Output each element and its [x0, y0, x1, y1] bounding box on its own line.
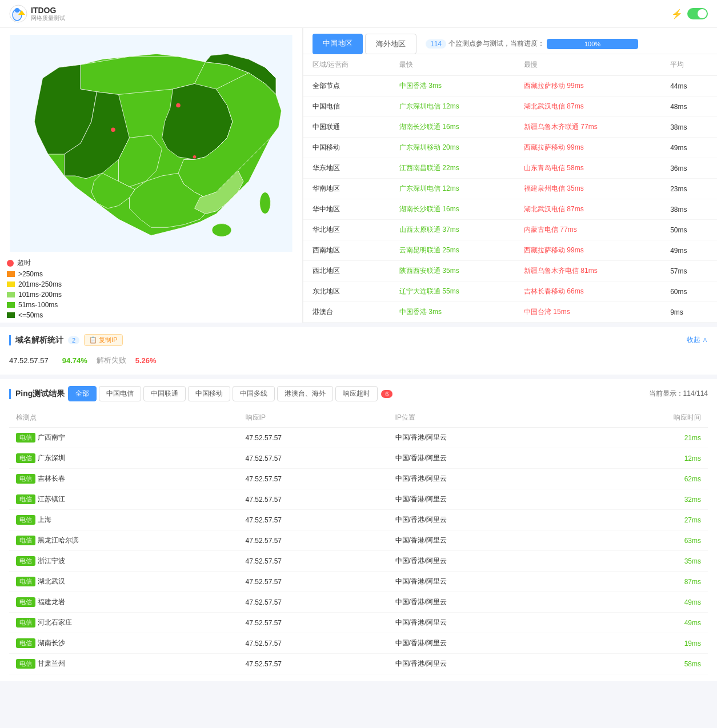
isp-tag: 电信: [16, 453, 35, 463]
ping-ip-location: 中国/香港/阿里云: [388, 633, 585, 654]
ping-table: 检测点 响应IP IP位置 响应时间 电信广西南宁 47.52.57.57 中国…: [9, 408, 708, 674]
ping-header: Ping测试结果 全部中国电信中国联通中国移动中国多线港澳台、海外响应超时6 当…: [9, 386, 708, 401]
stats-avg: 50ms: [661, 220, 717, 240]
stats-slowest: 新疆乌鲁木齐电信 81ms: [515, 261, 661, 281]
stats-table-row: 西南地区 云南昆明联通 25ms 西藏拉萨移动 99ms 49ms: [303, 240, 717, 261]
dns-badge: 2: [68, 336, 79, 344]
legend-item-50less: <=50ms: [7, 311, 295, 319]
stats-slowest: 山东青岛电信 58ms: [515, 158, 661, 179]
dns-pct-fail: 5.26%: [135, 356, 157, 365]
stats-region: 全部节点: [303, 76, 390, 96]
ping-ip-location: 中国/香港/阿里云: [388, 530, 585, 551]
ping-filter-btn-5[interactable]: 港澳台、海外: [277, 386, 333, 401]
stats-table-row: 中国移动 广东深圳移动 20ms 西藏拉萨移动 99ms 49ms: [303, 138, 717, 158]
timeout-badge: 6: [381, 390, 392, 398]
toggle-switch[interactable]: [687, 8, 708, 19]
legend-color-51-100: [7, 302, 15, 308]
ping-response-time: 63ms: [584, 530, 708, 551]
ping-ip: 47.52.57.57: [239, 428, 388, 448]
copy-ip-button[interactable]: 📋 复制IP: [84, 334, 122, 346]
stats-table-row: 华南地区 广东深圳电信 12ms 福建泉州电信 35ms 23ms: [303, 179, 717, 199]
ping-response-time: 49ms: [584, 592, 708, 613]
isp-tag: 电信: [16, 659, 35, 669]
ping-table-row: 电信湖南长沙 47.52.57.57 中国/香港/阿里云 19ms: [9, 633, 708, 654]
legend-label-50less: <=50ms: [18, 311, 43, 319]
stats-fastest: 广东深圳移动 20ms: [390, 138, 515, 158]
ping-ip-location: 中国/香港/阿里云: [388, 428, 585, 448]
stats-avg: 9ms: [661, 302, 717, 323]
probe-count-badge: 114: [426, 39, 446, 49]
top-bar-right: ⚡: [671, 8, 708, 19]
ping-location: 电信江苏镇江: [9, 489, 239, 510]
ping-filter-btn-2[interactable]: 中国联通: [143, 386, 186, 401]
ping-location: 电信广西南宁: [9, 428, 239, 448]
dns-section-header: 域名解析统计 2 📋 复制IP 收起 ∧: [9, 334, 708, 346]
logo-text: ITDOG 网络质量测试: [31, 6, 65, 22]
ping-ip: 47.52.57.57: [239, 572, 388, 592]
ping-ip: 47.52.57.57: [239, 489, 388, 510]
ping-response-time: 12ms: [584, 448, 708, 469]
dns-ip-address: 47.52.57.57: [9, 356, 49, 365]
ping-location: 电信黑龙江哈尔滨: [9, 530, 239, 551]
isp-tag: 电信: [16, 536, 35, 545]
stats-table-row: 全部节点 中国香港 3ms 西藏拉萨移动 99ms 44ms: [303, 76, 717, 96]
ping-response-time: 62ms: [584, 469, 708, 489]
stats-slowest: 西藏拉萨移动 99ms: [515, 240, 661, 261]
ping-location: 电信广东深圳: [9, 448, 239, 469]
isp-tag: 电信: [16, 618, 35, 628]
stats-table-row: 华东地区 江西南昌联通 22ms 山东青岛电信 58ms 36ms: [303, 158, 717, 179]
ping-filter-btn-1[interactable]: 中国电信: [99, 386, 141, 401]
isp-tag: 电信: [16, 597, 35, 607]
copy-btn-label: 复制IP: [99, 336, 117, 344]
stats-table-row: 华中地区 湖南长沙联通 16ms 湖北武汉电信 87ms 38ms: [303, 199, 717, 220]
stats-avg: 60ms: [661, 281, 717, 302]
legend-color-201-250: [7, 281, 15, 287]
logo-icon: [9, 5, 27, 23]
ping-ip: 47.52.57.57: [239, 510, 388, 530]
stats-region: 西北地区: [303, 261, 390, 281]
svg-point-7: [111, 127, 115, 132]
tabs-row: 中国地区 海外地区 114 个监测点参与测试，当前进度： 100%: [303, 28, 717, 54]
ping-location: 电信湖南长沙: [9, 633, 239, 654]
ping-ip-location: 中国/香港/阿里云: [388, 654, 585, 674]
collapse-button[interactable]: 收起 ∧: [687, 335, 708, 345]
stats-fastest: 广东深圳电信 12ms: [390, 179, 515, 199]
dns-fail-label: 解析失败: [97, 355, 126, 365]
dns-title: 域名解析统计: [9, 335, 63, 345]
ping-filter-btn-6[interactable]: 响应超时: [335, 386, 378, 401]
ping-location: 电信河北石家庄: [9, 613, 239, 633]
tab-overseas[interactable]: 海外地区: [365, 34, 416, 54]
stats-slowest: 福建泉州电信 35ms: [515, 179, 661, 199]
ping-ip: 47.52.57.57: [239, 654, 388, 674]
ping-response-time: 87ms: [584, 572, 708, 592]
stats-fastest: 中国香港 3ms: [390, 76, 515, 96]
ping-filter-btn-4[interactable]: 中国多线: [233, 386, 275, 401]
ping-ip: 47.52.57.57: [239, 613, 388, 633]
legend-color-50less: [7, 312, 15, 318]
stats-avg: 49ms: [661, 138, 717, 158]
ping-col-ip-location: IP位置: [388, 408, 585, 428]
stats-fastest: 中国香港 3ms: [390, 302, 515, 323]
legend-label-51-100: 51ms-100ms: [18, 301, 58, 309]
ping-table-row: 电信广东深圳 47.52.57.57 中国/香港/阿里云 12ms: [9, 448, 708, 469]
tab-china[interactable]: 中国地区: [313, 34, 363, 54]
stats-avg: 38ms: [661, 199, 717, 220]
stats-avg: 57ms: [661, 261, 717, 281]
ping-ip-location: 中国/香港/阿里云: [388, 469, 585, 489]
stats-region: 中国移动: [303, 138, 390, 158]
ping-filter-btn-3[interactable]: 中国移动: [188, 386, 230, 401]
ping-table-row: 电信上海 47.52.57.57 中国/香港/阿里云 27ms: [9, 510, 708, 530]
legend-item-101-200: 101ms-200ms: [7, 291, 295, 299]
col-avg: 平均: [661, 54, 717, 76]
svg-point-6: [260, 192, 271, 214]
ping-response-time: 32ms: [584, 489, 708, 510]
ping-table-row: 电信河北石家庄 47.52.57.57 中国/香港/阿里云 49ms: [9, 613, 708, 633]
stats-avg: 38ms: [661, 117, 717, 138]
ping-table-row: 电信湖北武汉 47.52.57.57 中国/香港/阿里云 87ms: [9, 572, 708, 592]
svg-point-5: [212, 224, 231, 237]
legend-label-201-250: 201ms-250ms: [18, 280, 62, 288]
toggle-knob: [698, 9, 707, 18]
ping-filter-btn-0[interactable]: 全部: [68, 386, 97, 401]
isp-tag: 电信: [16, 577, 35, 586]
ping-response-time: 27ms: [584, 510, 708, 530]
